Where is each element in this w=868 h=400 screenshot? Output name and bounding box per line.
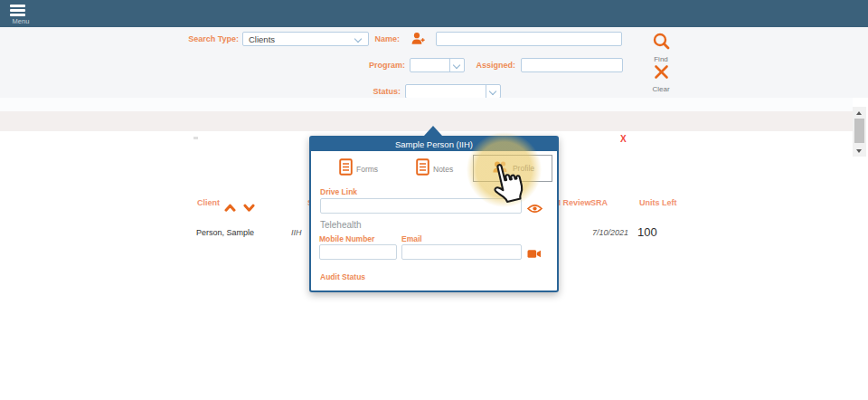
tab-notes-label: Notes <box>433 165 453 174</box>
search-type-label: Search Type: <box>145 34 239 43</box>
mobile-number-input[interactable] <box>320 249 396 262</box>
hamburger-icon <box>10 5 25 18</box>
app-window: Menu Search Type: Clients Name: Program:… <box>0 0 868 400</box>
document-icon <box>339 158 353 179</box>
scrollbar-thumb[interactable] <box>854 119 864 143</box>
menu-button[interactable]: Menu <box>7 3 34 26</box>
next-row-review-marker: X <box>620 134 627 144</box>
find-button[interactable]: Find <box>645 32 677 63</box>
client-detail-popup: Sample Person (IIH) Forms <box>309 136 559 292</box>
email-input-box <box>401 244 522 260</box>
scroll-down-icon[interactable] <box>856 149 862 153</box>
drive-link-input-box <box>320 198 522 214</box>
tab-profile[interactable]: Profile <box>473 155 552 182</box>
mobile-input-box <box>319 244 397 260</box>
assigned-input-box <box>521 58 623 72</box>
people-icon <box>491 160 509 176</box>
cell-sra: 7/10/2021 <box>592 228 628 237</box>
table-header: Client SA Level Status Assessment ISP Qu… <box>0 98 853 111</box>
col-units-left: Units Left <box>639 198 677 207</box>
name-input-box <box>436 32 622 46</box>
status-select[interactable] <box>405 84 501 99</box>
tab-profile-label: Profile <box>513 164 534 173</box>
find-label: Find <box>645 55 677 63</box>
chevron-down-icon <box>489 88 496 95</box>
assigned-label: Assigned: <box>454 61 515 70</box>
name-input[interactable] <box>437 36 621 49</box>
tab-forms[interactable]: Forms <box>339 156 378 182</box>
sort-descending-icon[interactable] <box>243 199 255 215</box>
modal-header: Sample Person (IIH) <box>311 138 557 151</box>
email-label: Email <box>401 234 422 243</box>
cell-client: Person, Sample <box>196 228 254 237</box>
menu-label: Menu <box>7 17 34 25</box>
top-navigation-bar: Menu <box>0 0 868 27</box>
name-label: Name: <box>336 34 400 43</box>
modal-title: Sample Person (IIH) <box>311 138 557 151</box>
col-client: Client <box>197 198 220 207</box>
video-camera-icon[interactable] <box>527 246 542 262</box>
audit-status-label: Audit Status <box>320 272 365 281</box>
table-scrollbar[interactable] <box>853 107 866 157</box>
search-icon <box>652 32 671 54</box>
cell-program: IIH <box>291 228 302 237</box>
eye-icon[interactable] <box>527 201 542 217</box>
person-add-icon <box>410 31 426 51</box>
drive-link-input[interactable] <box>321 203 521 216</box>
col-sra: SRA <box>590 198 608 207</box>
partial-row-fragment <box>193 137 198 139</box>
email-input[interactable] <box>402 249 521 262</box>
clear-button[interactable]: Clear <box>645 63 677 93</box>
search-type-value: Clients <box>249 34 275 44</box>
drive-link-label: Drive Link <box>320 187 357 196</box>
modal-caret-up <box>424 126 442 136</box>
tab-forms-label: Forms <box>356 165 378 174</box>
program-label: Program: <box>344 61 405 70</box>
search-panel: Search Type: Clients Name: Program: Assi… <box>0 27 868 98</box>
telehealth-heading: Telehealth <box>320 220 362 230</box>
scroll-up-icon[interactable] <box>856 111 862 115</box>
clear-label: Clear <box>645 85 677 93</box>
sort-ascending-icon[interactable] <box>224 199 236 215</box>
cell-units-left: 100 <box>637 225 657 239</box>
tab-notes[interactable]: Notes <box>416 156 453 182</box>
document-icon <box>416 158 429 179</box>
assigned-input[interactable] <box>522 62 622 75</box>
close-x-icon <box>653 63 670 84</box>
status-label: Status: <box>339 87 401 96</box>
mobile-number-label: Mobile Number <box>319 234 374 243</box>
